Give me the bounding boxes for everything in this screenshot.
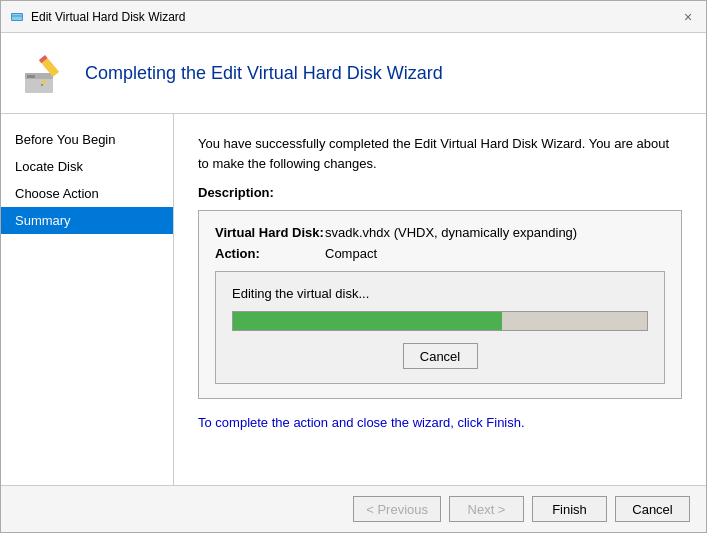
wizard-header: Completing the Edit Virtual Hard Disk Wi… — [1, 33, 706, 114]
wizard-sidebar: Before You Begin Locate Disk Choose Acti… — [1, 114, 174, 485]
finish-button[interactable]: Finish — [532, 496, 607, 522]
header-title: Completing the Edit Virtual Hard Disk Wi… — [85, 63, 443, 84]
previous-button[interactable]: < Previous — [353, 496, 441, 522]
sidebar-item-choose-action[interactable]: Choose Action — [1, 180, 173, 207]
progress-bar-fill — [233, 312, 502, 330]
header-icon — [21, 49, 69, 97]
action-label: Action: — [215, 246, 325, 261]
svg-rect-5 — [27, 75, 35, 78]
progress-bar — [232, 311, 648, 331]
info-row-vhd: Virtual Hard Disk: svadk.vhdx (VHDX, dyn… — [215, 225, 665, 240]
wizard-window: Edit Virtual Hard Disk Wizard × Completi… — [0, 0, 707, 533]
progress-cancel-row: Cancel — [232, 343, 648, 369]
info-box: Virtual Hard Disk: svadk.vhdx (VHDX, dyn… — [198, 210, 682, 399]
finish-link-text[interactable]: To complete the action and close the wiz… — [198, 415, 525, 430]
close-button[interactable]: × — [678, 7, 698, 27]
progress-text: Editing the virtual disk... — [232, 286, 648, 301]
intro-text: You have successfully completed the Edit… — [198, 134, 682, 173]
sidebar-item-summary[interactable]: Summary — [1, 207, 173, 234]
sidebar-item-locate-disk[interactable]: Locate Disk — [1, 153, 173, 180]
title-bar-text: Edit Virtual Hard Disk Wizard — [31, 10, 678, 24]
cancel-button[interactable]: Cancel — [615, 496, 690, 522]
progress-cancel-button[interactable]: Cancel — [403, 343, 478, 369]
finish-link: To complete the action and close the wiz… — [198, 415, 682, 430]
title-bar-icon — [9, 9, 25, 25]
wizard-footer: < Previous Next > Finish Cancel — [1, 485, 706, 532]
main-content: You have successfully completed the Edit… — [174, 114, 706, 485]
vhd-label: Virtual Hard Disk: — [215, 225, 325, 240]
svg-rect-1 — [12, 14, 22, 20]
vhd-value: svadk.vhdx (VHDX, dynamically expanding) — [325, 225, 577, 240]
description-label: Description: — [198, 185, 682, 200]
wizard-content: Before You Begin Locate Disk Choose Acti… — [1, 114, 706, 485]
info-row-action: Action: Compact — [215, 246, 665, 261]
sidebar-item-before-you-begin[interactable]: Before You Begin — [1, 126, 173, 153]
next-button[interactable]: Next > — [449, 496, 524, 522]
progress-box: Editing the virtual disk... Cancel — [215, 271, 665, 384]
title-bar: Edit Virtual Hard Disk Wizard × — [1, 1, 706, 33]
action-value: Compact — [325, 246, 377, 261]
